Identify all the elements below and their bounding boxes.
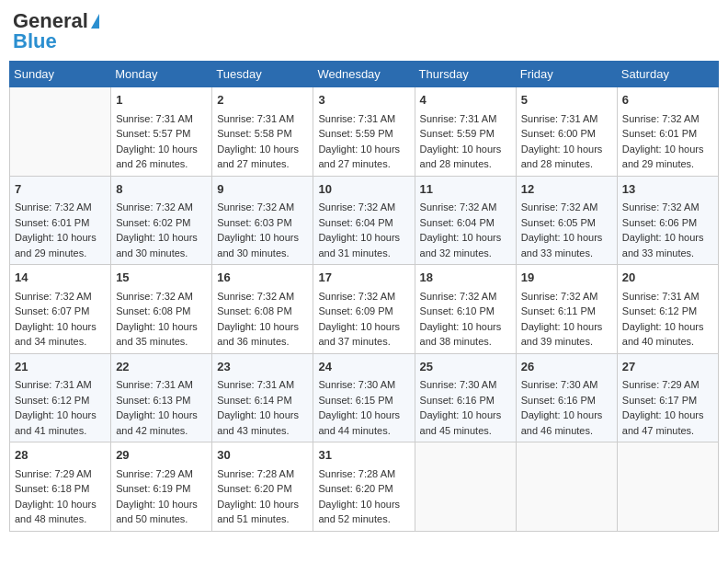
sunset-text: Sunset: 6:20 PM — [217, 481, 308, 497]
calendar-cell: 14Sunrise: 7:32 AMSunset: 6:07 PMDayligh… — [10, 265, 111, 354]
day-number: 14 — [15, 269, 106, 287]
day-number: 3 — [318, 91, 409, 109]
daylight-text: Daylight: 10 hours and 30 minutes. — [116, 230, 207, 260]
logo-triangle-icon — [91, 14, 99, 29]
calendar-cell: 6Sunrise: 7:32 AMSunset: 6:01 PMDaylight… — [617, 87, 718, 177]
weekday-header: Sunday — [10, 62, 111, 87]
sunset-text: Sunset: 6:12 PM — [15, 393, 106, 408]
sunrise-text: Sunrise: 7:32 AM — [622, 200, 713, 215]
day-number: 4 — [420, 91, 511, 109]
calendar-week-row: 21Sunrise: 7:31 AMSunset: 6:12 PMDayligh… — [10, 353, 719, 442]
sunset-text: Sunset: 6:13 PM — [116, 393, 207, 408]
sunrise-text: Sunrise: 7:31 AM — [116, 111, 207, 127]
day-number: 16 — [217, 269, 308, 287]
daylight-text: Daylight: 10 hours and 30 minutes. — [217, 230, 308, 260]
day-number: 28 — [15, 446, 106, 465]
day-number: 26 — [521, 358, 612, 376]
daylight-text: Daylight: 10 hours and 38 minutes. — [420, 319, 511, 350]
daylight-text: Daylight: 10 hours and 48 minutes. — [15, 497, 106, 527]
sunrise-text: Sunrise: 7:29 AM — [15, 466, 106, 482]
day-number: 11 — [420, 180, 511, 199]
sunset-text: Sunset: 6:01 PM — [622, 126, 713, 142]
sunset-text: Sunset: 6:02 PM — [116, 215, 207, 231]
calendar-cell — [415, 442, 516, 532]
calendar-cell: 21Sunrise: 7:31 AMSunset: 6:12 PMDayligh… — [10, 353, 111, 442]
sunrise-text: Sunrise: 7:29 AM — [116, 466, 207, 482]
sunset-text: Sunset: 5:59 PM — [318, 126, 409, 142]
sunset-text: Sunset: 6:16 PM — [521, 393, 612, 408]
calendar-cell: 24Sunrise: 7:30 AMSunset: 6:15 PMDayligh… — [313, 353, 415, 442]
sunset-text: Sunset: 6:05 PM — [521, 215, 612, 231]
daylight-text: Daylight: 10 hours and 51 minutes. — [217, 497, 308, 527]
daylight-text: Daylight: 10 hours and 33 minutes. — [622, 230, 713, 260]
sunset-text: Sunset: 6:12 PM — [622, 304, 713, 319]
daylight-text: Daylight: 10 hours and 47 minutes. — [622, 408, 713, 438]
sunrise-text: Sunrise: 7:32 AM — [318, 289, 409, 304]
sunset-text: Sunset: 5:57 PM — [116, 126, 207, 142]
day-number: 17 — [318, 269, 409, 287]
calendar-week-row: 1Sunrise: 7:31 AMSunset: 5:57 PMDaylight… — [10, 87, 719, 177]
sunset-text: Sunset: 6:20 PM — [318, 481, 409, 497]
logo-blue-text: Blue — [13, 29, 57, 53]
daylight-text: Daylight: 10 hours and 43 minutes. — [217, 408, 308, 438]
sunset-text: Sunset: 6:08 PM — [217, 304, 308, 319]
daylight-text: Daylight: 10 hours and 36 minutes. — [217, 319, 308, 350]
logo: General Blue — [13, 9, 99, 53]
calendar-cell: 10Sunrise: 7:32 AMSunset: 6:04 PMDayligh… — [313, 176, 415, 265]
sunset-text: Sunset: 6:06 PM — [622, 215, 713, 231]
sunrise-text: Sunrise: 7:32 AM — [15, 200, 106, 215]
sunrise-text: Sunrise: 7:30 AM — [420, 377, 511, 393]
sunset-text: Sunset: 6:03 PM — [217, 215, 308, 231]
daylight-text: Daylight: 10 hours and 26 minutes. — [116, 142, 207, 172]
sunrise-text: Sunrise: 7:30 AM — [318, 377, 409, 393]
calendar-cell: 13Sunrise: 7:32 AMSunset: 6:06 PMDayligh… — [617, 176, 718, 265]
calendar-week-row: 7Sunrise: 7:32 AMSunset: 6:01 PMDaylight… — [10, 176, 719, 265]
page-header: General Blue — [9, 9, 719, 53]
sunset-text: Sunset: 6:04 PM — [420, 215, 511, 231]
sunset-text: Sunset: 6:01 PM — [15, 215, 106, 231]
daylight-text: Daylight: 10 hours and 32 minutes. — [420, 230, 511, 260]
daylight-text: Daylight: 10 hours and 27 minutes. — [318, 142, 409, 172]
sunset-text: Sunset: 6:14 PM — [217, 393, 308, 408]
sunset-text: Sunset: 6:15 PM — [318, 393, 409, 408]
daylight-text: Daylight: 10 hours and 31 minutes. — [318, 230, 409, 260]
sunrise-text: Sunrise: 7:32 AM — [521, 289, 612, 304]
sunset-text: Sunset: 6:04 PM — [318, 215, 409, 231]
calendar-cell: 2Sunrise: 7:31 AMSunset: 5:58 PMDaylight… — [212, 87, 313, 177]
calendar-cell: 7Sunrise: 7:32 AMSunset: 6:01 PMDaylight… — [10, 176, 111, 265]
calendar-cell — [10, 87, 111, 177]
sunset-text: Sunset: 5:58 PM — [217, 126, 308, 142]
sunrise-text: Sunrise: 7:32 AM — [318, 200, 409, 215]
day-number: 5 — [521, 91, 612, 109]
sunrise-text: Sunrise: 7:31 AM — [521, 111, 612, 127]
calendar-cell: 23Sunrise: 7:31 AMSunset: 6:14 PMDayligh… — [212, 353, 313, 442]
day-number: 2 — [217, 91, 308, 109]
day-number: 22 — [116, 358, 207, 376]
calendar-cell: 11Sunrise: 7:32 AMSunset: 6:04 PMDayligh… — [415, 176, 516, 265]
sunrise-text: Sunrise: 7:29 AM — [622, 377, 713, 393]
sunrise-text: Sunrise: 7:32 AM — [116, 289, 207, 304]
day-number: 18 — [420, 269, 511, 287]
weekday-header: Friday — [516, 62, 617, 87]
calendar-cell: 22Sunrise: 7:31 AMSunset: 6:13 PMDayligh… — [111, 353, 212, 442]
calendar-cell: 12Sunrise: 7:32 AMSunset: 6:05 PMDayligh… — [516, 176, 617, 265]
daylight-text: Daylight: 10 hours and 46 minutes. — [521, 408, 612, 438]
calendar-cell: 25Sunrise: 7:30 AMSunset: 6:16 PMDayligh… — [415, 353, 516, 442]
daylight-text: Daylight: 10 hours and 52 minutes. — [318, 497, 409, 527]
daylight-text: Daylight: 10 hours and 39 minutes. — [521, 319, 612, 350]
day-number: 6 — [622, 91, 713, 109]
sunrise-text: Sunrise: 7:32 AM — [116, 200, 207, 215]
sunrise-text: Sunrise: 7:31 AM — [217, 377, 308, 393]
sunset-text: Sunset: 6:19 PM — [116, 481, 207, 497]
sunrise-text: Sunrise: 7:32 AM — [521, 200, 612, 215]
sunrise-text: Sunrise: 7:28 AM — [217, 466, 308, 482]
calendar-cell: 16Sunrise: 7:32 AMSunset: 6:08 PMDayligh… — [212, 265, 313, 354]
sunrise-text: Sunrise: 7:31 AM — [15, 377, 106, 393]
day-number: 27 — [622, 358, 713, 376]
daylight-text: Daylight: 10 hours and 28 minutes. — [521, 142, 612, 172]
day-number: 24 — [318, 358, 409, 376]
calendar-cell — [617, 442, 718, 532]
day-number: 9 — [217, 180, 308, 199]
calendar-cell: 8Sunrise: 7:32 AMSunset: 6:02 PMDaylight… — [111, 176, 212, 265]
sunrise-text: Sunrise: 7:31 AM — [116, 377, 207, 393]
